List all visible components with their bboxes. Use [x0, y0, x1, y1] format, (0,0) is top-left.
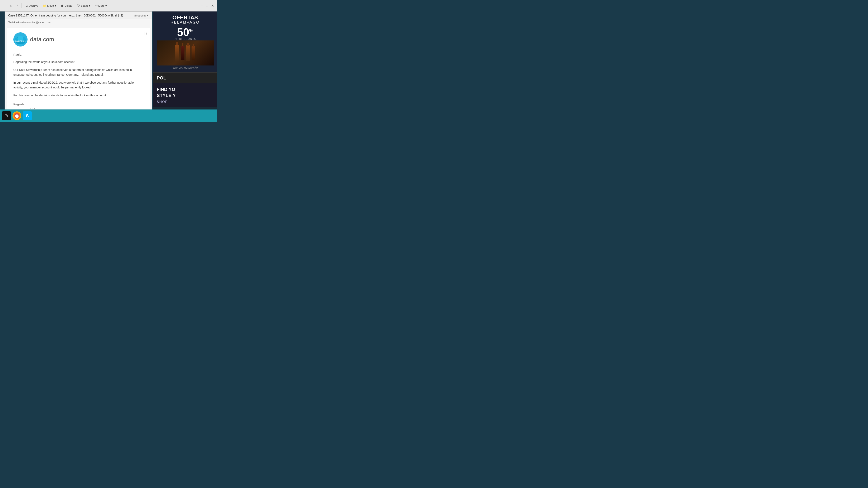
email-paragraph-4: For this reason, the decision stands to … [13, 93, 144, 98]
salesforce-logo-area: salesforce data.com [13, 32, 144, 46]
email-signature: Regards, Data Stewardship Team [13, 102, 144, 109]
close-shopping-icon[interactable]: ✕ [147, 14, 149, 17]
wine-bottle-4 [191, 46, 195, 60]
delete-button[interactable]: 🗑 Delete [59, 3, 74, 8]
wine-bottle-1 [175, 45, 179, 61]
scroll-up-button[interactable]: ↑ [200, 3, 204, 8]
ad-ofertas-title: OFERTAS [157, 15, 214, 20]
email-subject-bar: Case 13581147: Other: i am begging for y… [5, 12, 152, 20]
ad-panel: OFERTAS RELAMPAGO 50% DE DESCONTO BEBA C… [153, 11, 217, 109]
salesforce-logo: salesforce [13, 32, 28, 46]
relampago-text: RELAMPAGO [171, 20, 200, 24]
email-sign-line1: Regards, [13, 102, 144, 107]
ad-top: OFERTAS RELAMPAGO 50% DE DESCONTO BEBA C… [153, 11, 217, 72]
ad-pol-section: POL [153, 72, 217, 83]
archive-button[interactable]: 🗂 Archive [24, 3, 40, 8]
spam-label: Spam [81, 4, 88, 7]
more-chevron-icon: ▾ [105, 4, 107, 7]
toolbar: ← « → 🗂 Archive 📁 Move ▾ 🗑 Delete 🛡 Spam… [0, 0, 217, 11]
email-header: To deltaskymilesmember@yahoo.com [5, 20, 152, 26]
svg-text:salesforce: salesforce [15, 40, 26, 42]
style-label: STYLE Y [157, 93, 214, 99]
spam-icon: 🛡 [77, 4, 80, 7]
datacom-text: data.com [30, 36, 54, 43]
taskbar-icon-skype[interactable]: S [23, 111, 32, 120]
forward-button[interactable]: → [14, 3, 20, 8]
more-button[interactable]: ••• More ▾ [93, 3, 108, 8]
ad-discount: 50% [157, 27, 214, 37]
shopping-label: Shopping [134, 14, 146, 17]
mouse-icon: 🖱 [4, 113, 8, 118]
shop-button[interactable]: SHOP [157, 100, 168, 104]
ad-find-text: FIND YO STYLE Y [157, 87, 214, 98]
back-button[interactable]: ← [2, 3, 7, 8]
archive-icon: 🗂 [26, 4, 28, 7]
ad-beba-text: BEBA COM MODERAÇÃO [157, 67, 214, 69]
more-dots-icon: ••• [95, 4, 98, 7]
more-label: More [98, 4, 104, 7]
move-label: Move [47, 4, 54, 7]
email-to: To deltaskymilesmember@yahoo.com [8, 21, 51, 24]
wine-bottle-2 [181, 46, 184, 60]
move-chevron-icon: ▾ [55, 4, 56, 7]
ad-pol-title: POL [157, 75, 166, 80]
email-panel: Case 13581147: Other: i am begging for y… [5, 11, 152, 109]
taskbar-icon-chrome[interactable]: ⬤ [12, 111, 21, 120]
chrome-icon: ⬤ [15, 114, 19, 118]
back-all-button[interactable]: « [9, 3, 13, 8]
email-paragraph-2: Our Data Stewardship Team has observed a… [13, 68, 144, 77]
skype-icon: S [26, 113, 29, 118]
taskbar-icon-mouse[interactable]: 🖱 [2, 111, 11, 120]
move-icon: 📁 [43, 4, 46, 7]
email-body: salesforce data.com Paolo, Regarding the… [7, 28, 150, 109]
scroll-down-button[interactable]: ↓ [205, 3, 209, 8]
ad-wine-image [157, 40, 214, 65]
archive-label: Archive [29, 4, 38, 7]
move-button[interactable]: 📁 Move ▾ [41, 3, 58, 8]
spam-button[interactable]: 🛡 Spam ▾ [75, 3, 92, 8]
ad-relampago-title: RELAMPAGO [157, 20, 214, 25]
ad-find-style-section: FIND YO STYLE Y SHOP [153, 83, 217, 107]
ofertas-text: OFERTAS [172, 14, 198, 21]
shopping-link[interactable]: Shopping ✕ [134, 14, 149, 17]
wine-bottle-3 [186, 45, 190, 61]
delete-label: Delete [64, 4, 72, 7]
discount-number: 50 [177, 26, 189, 38]
spam-chevron-icon: ▾ [89, 4, 90, 7]
email-subject: Case 13581147: Other: i am begging for y… [8, 14, 123, 17]
email-greeting: Paolo, [13, 53, 144, 56]
delete-icon: 🗑 [61, 4, 64, 7]
email-paragraph-3: In our recent e-mail dated 2/26/16, you … [13, 80, 144, 90]
email-sign-line2: Data Stewardship Team [13, 107, 144, 109]
taskbar: 🖱 ⬤ S [0, 109, 217, 122]
email-paragraph-1: Regarding the status of your Data.com ac… [13, 60, 144, 64]
close-button[interactable]: ✕ [210, 3, 215, 8]
find-label: FIND YO [157, 87, 214, 93]
right-toolbar: ↑ ↓ ✕ [200, 3, 215, 8]
salesforce-cloud-icon: salesforce [14, 35, 27, 44]
percent-symbol: % [189, 28, 193, 33]
ad-desconto-text: DE DESCONTO [157, 37, 214, 40]
